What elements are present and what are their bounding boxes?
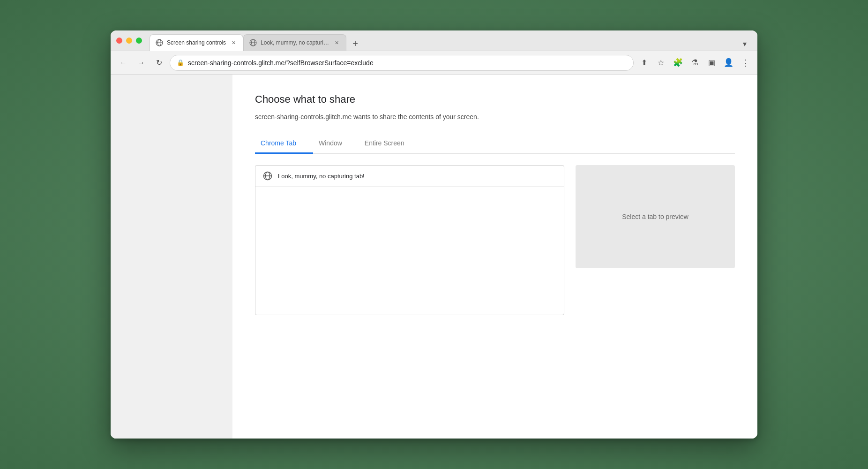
dialog-title: Choose what to share — [255, 93, 735, 106]
dropdown-icon: ▾ — [743, 39, 747, 48]
sharing-content-area: Look, mummy, no capturing tab! Select a … — [255, 165, 735, 315]
profile-button[interactable]: 👤 — [722, 56, 735, 69]
tab-nav-entire-screen[interactable]: Entire Screen — [359, 134, 421, 154]
bookmark-icon: ☆ — [658, 58, 664, 67]
preview-text: Select a tab to preview — [622, 213, 688, 220]
main-content: Choose what to share screen-sharing-cont… — [232, 75, 757, 439]
tab-list: Look, mummy, no capturing tab! — [255, 165, 564, 315]
tabs-bar: Screen sharing controls ✕ Look, mummy, n… — [150, 30, 752, 51]
lab-icon: ⚗ — [691, 58, 698, 68]
share-button[interactable]: ⬆ — [637, 56, 651, 69]
tab-list-globe-icon — [263, 171, 272, 181]
split-icon: ▣ — [708, 58, 715, 67]
tab-nav-window-label: Window — [319, 139, 342, 147]
close-button[interactable] — [116, 38, 122, 44]
new-tab-icon: + — [352, 38, 358, 49]
tab-close-screen-sharing[interactable]: ✕ — [230, 39, 237, 46]
tab-list-item-title: Look, mummy, no capturing tab! — [278, 173, 365, 180]
toolbar: ← → ↻ 🔒 screen-sharing-controls.glitch.m… — [111, 51, 757, 75]
reload-icon: ↻ — [156, 58, 162, 67]
globe-icon-2 — [249, 39, 257, 46]
page-content: Choose what to share screen-sharing-cont… — [111, 75, 757, 439]
dialog-subtitle: screen-sharing-controls.glitch.me wants … — [255, 113, 735, 121]
share-icon: ⬆ — [641, 58, 647, 67]
tab-nav-chrome-tab-label: Chrome Tab — [261, 139, 296, 147]
new-tab-button[interactable]: + — [348, 37, 362, 51]
tab-dropdown-button[interactable]: ▾ — [738, 37, 752, 51]
tab-look-mummy[interactable]: Look, mummy, no capturing ta ✕ — [243, 34, 346, 51]
globe-icon — [156, 39, 163, 46]
extensions-button[interactable]: 🧩 — [671, 56, 684, 69]
title-bar: Screen sharing controls ✕ Look, mummy, n… — [111, 30, 757, 51]
minimize-button[interactable] — [126, 38, 132, 44]
tab-list-item[interactable]: Look, mummy, no capturing tab! — [255, 166, 564, 187]
browser-window: Screen sharing controls ✕ Look, mummy, n… — [111, 30, 757, 439]
lock-icon: 🔒 — [177, 59, 184, 66]
menu-icon: ⋮ — [741, 58, 749, 68]
address-bar[interactable]: 🔒 screen-sharing-controls.glitch.me/?sel… — [170, 55, 634, 71]
address-text: screen-sharing-controls.glitch.me/?selfB… — [188, 59, 627, 67]
menu-button[interactable]: ⋮ — [739, 56, 752, 69]
preview-box: Select a tab to preview — [576, 165, 735, 268]
lab-button[interactable]: ⚗ — [688, 56, 701, 69]
tab-title-screen-sharing: Screen sharing controls — [167, 39, 226, 46]
tab-screen-sharing[interactable]: Screen sharing controls ✕ — [150, 34, 243, 51]
traffic-lights — [116, 38, 142, 44]
tab-nav-window[interactable]: Window — [313, 134, 359, 154]
tab-title-look-mummy: Look, mummy, no capturing ta — [261, 39, 329, 46]
tab-close-look-mummy[interactable]: ✕ — [333, 39, 340, 46]
reload-button[interactable]: ↻ — [152, 56, 166, 70]
tab-nav-entire-screen-label: Entire Screen — [365, 139, 404, 147]
forward-button[interactable]: → — [134, 56, 148, 70]
profile-icon: 👤 — [724, 58, 733, 68]
extensions-icon: 🧩 — [673, 58, 683, 68]
preview-panel: Select a tab to preview — [576, 165, 735, 315]
bookmark-button[interactable]: ☆ — [654, 56, 667, 69]
back-button[interactable]: ← — [116, 56, 130, 70]
forward-icon: → — [137, 59, 145, 67]
sharing-tabs-nav: Chrome Tab Window Entire Screen — [255, 134, 735, 154]
tab-nav-chrome-tab[interactable]: Chrome Tab — [255, 134, 313, 154]
maximize-button[interactable] — [136, 38, 142, 44]
sidebar — [111, 75, 232, 439]
back-icon: ← — [120, 59, 127, 67]
split-button[interactable]: ▣ — [705, 56, 718, 69]
